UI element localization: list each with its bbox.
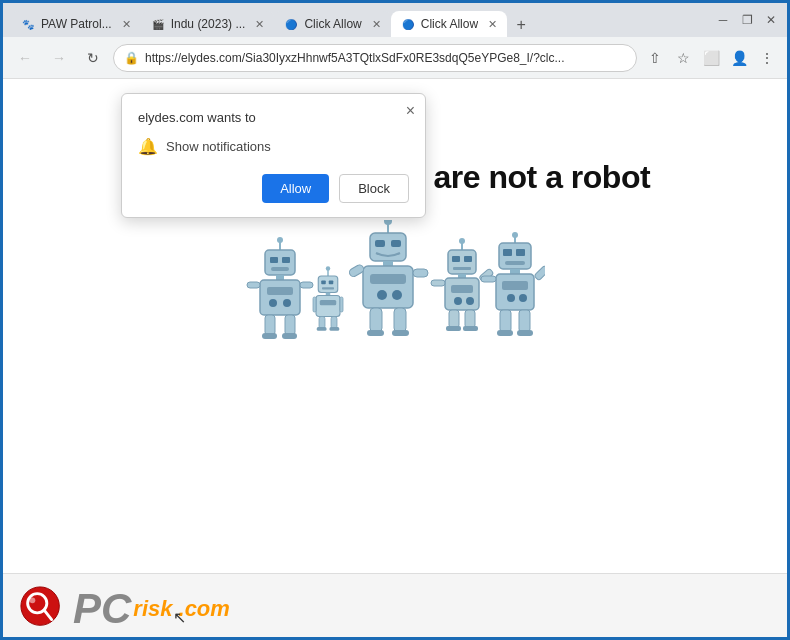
tab-label-2: Indu (2023) ...: [171, 17, 246, 31]
tab-label-4: Click Allow: [421, 17, 478, 31]
svg-rect-14: [285, 315, 295, 335]
popup-permission-row: 🔔 Show notifications: [138, 137, 409, 156]
svg-point-75: [519, 294, 527, 302]
tab-close-2[interactable]: ✕: [255, 18, 264, 31]
lock-icon: 🔒: [124, 51, 139, 65]
svg-rect-45: [394, 308, 406, 332]
svg-rect-50: [448, 250, 476, 274]
nav-icons-group: ⇧ ☆ ⬜ 👤 ⋮: [643, 46, 779, 70]
svg-rect-8: [267, 287, 293, 295]
svg-rect-24: [316, 296, 340, 317]
svg-rect-7: [260, 280, 300, 315]
svg-rect-63: [446, 326, 461, 331]
svg-rect-13: [265, 315, 275, 335]
svg-rect-51: [452, 256, 460, 262]
close-button[interactable]: ✕: [763, 12, 779, 28]
tab-close-1[interactable]: ✕: [122, 18, 131, 31]
svg-rect-12: [300, 282, 313, 288]
svg-rect-47: [392, 330, 409, 336]
block-button[interactable]: Block: [339, 174, 409, 203]
svg-rect-21: [329, 281, 334, 285]
svg-point-57: [454, 297, 462, 305]
robot-illustration: [245, 220, 545, 350]
svg-rect-35: [375, 240, 385, 247]
tab-close-3[interactable]: ✕: [372, 18, 381, 31]
forward-button[interactable]: →: [45, 44, 73, 72]
svg-rect-64: [463, 326, 478, 331]
refresh-button[interactable]: ↻: [79, 44, 107, 72]
extension-icon[interactable]: ⬜: [699, 46, 723, 70]
window-controls: ─ ❐ ✕: [715, 12, 779, 28]
svg-rect-46: [367, 330, 384, 336]
svg-rect-2: [265, 250, 295, 275]
popup-close-button[interactable]: ×: [406, 102, 415, 120]
robots-svg: [245, 220, 545, 350]
pcrisk-text-risk: risk: [133, 596, 172, 622]
svg-rect-26: [313, 297, 316, 312]
svg-rect-81: [517, 330, 533, 336]
svg-point-18: [326, 266, 331, 271]
tab-paw-patrol[interactable]: 🐾 PAW Patrol... ✕: [11, 11, 141, 37]
popup-buttons: Allow Block: [138, 174, 409, 203]
tab-favicon-2: 🎬: [151, 17, 165, 31]
tab-label-3: Click Allow: [304, 17, 361, 31]
svg-point-74: [507, 294, 515, 302]
svg-rect-62: [465, 310, 475, 328]
svg-rect-11: [247, 282, 260, 288]
svg-rect-27: [340, 297, 343, 312]
tab-click-allow-2[interactable]: 🔵 Click Allow ✕: [391, 11, 507, 37]
svg-point-1: [277, 237, 283, 243]
svg-point-33: [384, 220, 392, 225]
svg-rect-4: [282, 257, 290, 263]
menu-icon[interactable]: ⋮: [755, 46, 779, 70]
svg-rect-77: [481, 276, 496, 282]
svg-point-49: [459, 238, 465, 244]
minimize-button[interactable]: ─: [715, 12, 731, 28]
svg-rect-31: [330, 327, 340, 331]
svg-rect-60: [431, 280, 445, 286]
svg-rect-22: [322, 287, 334, 289]
bell-icon: 🔔: [138, 137, 158, 156]
tab-strip: 🐾 PAW Patrol... ✕ 🎬 Indu (2023) ... ✕ 🔵 …: [11, 3, 711, 37]
svg-rect-52: [464, 256, 472, 262]
svg-rect-70: [505, 261, 525, 265]
profile-icon[interactable]: 👤: [727, 46, 751, 70]
bookmark-icon[interactable]: ☆: [671, 46, 695, 70]
svg-rect-55: [445, 278, 479, 310]
tab-close-4[interactable]: ✕: [488, 18, 497, 31]
svg-rect-56: [451, 285, 473, 293]
svg-rect-68: [503, 249, 512, 256]
tab-favicon-1: 🐾: [21, 17, 35, 31]
svg-rect-16: [282, 333, 297, 339]
svg-rect-80: [497, 330, 513, 336]
pcrisk-text-com: .com: [179, 596, 230, 622]
svg-rect-61: [449, 310, 459, 328]
svg-rect-43: [413, 269, 428, 277]
tab-label-1: PAW Patrol...: [41, 17, 112, 31]
mouse-cursor: ↖: [173, 608, 186, 627]
share-icon[interactable]: ⇧: [643, 46, 667, 70]
svg-point-85: [30, 597, 36, 603]
restore-button[interactable]: ❐: [739, 12, 755, 28]
tab-click-allow-1[interactable]: 🔵 Click Allow ✕: [274, 11, 390, 37]
address-bar[interactable]: 🔒 https://elydes.com/Sia30IyxzHhnwf5A3TQ…: [113, 44, 637, 72]
svg-rect-3: [270, 257, 278, 263]
svg-rect-38: [363, 266, 413, 308]
svg-point-41: [392, 290, 402, 300]
tab-favicon-4: 🔵: [401, 17, 415, 31]
svg-rect-76: [534, 265, 545, 281]
svg-rect-36: [391, 240, 401, 247]
allow-button[interactable]: Allow: [262, 174, 329, 203]
tab-indu[interactable]: 🎬 Indu (2023) ... ✕: [141, 11, 275, 37]
svg-point-9: [269, 299, 277, 307]
new-tab-button[interactable]: +: [509, 13, 533, 37]
pcrisk-text-pc: PC: [73, 588, 131, 630]
svg-rect-20: [321, 281, 326, 285]
svg-point-66: [512, 232, 518, 238]
back-button[interactable]: ←: [11, 44, 39, 72]
pcrisk-logo: PC risk .com: [19, 585, 230, 633]
navigation-bar: ← → ↻ 🔒 https://elydes.com/Sia30IyxzHhnw…: [3, 37, 787, 79]
svg-rect-30: [317, 327, 327, 331]
url-text: https://elydes.com/Sia30IyxzHhnwf5A3TQtl…: [145, 51, 626, 65]
svg-rect-44: [370, 308, 382, 332]
